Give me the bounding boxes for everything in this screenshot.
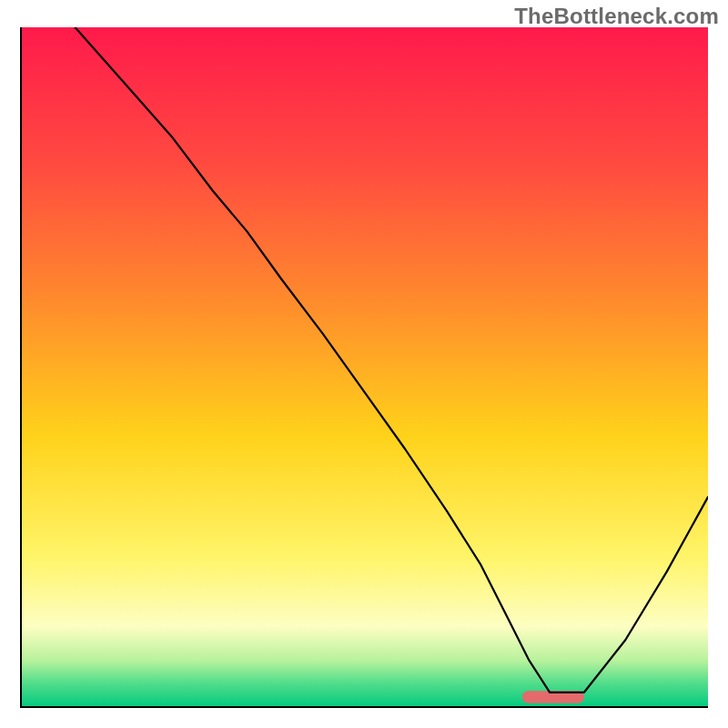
chart-svg — [20, 27, 708, 708]
chart-stage: TheBottleneck.com — [0, 0, 728, 728]
plot-area — [20, 27, 708, 708]
gradient-backdrop — [20, 27, 708, 708]
watermark-label: TheBottleneck.com — [514, 4, 719, 29]
